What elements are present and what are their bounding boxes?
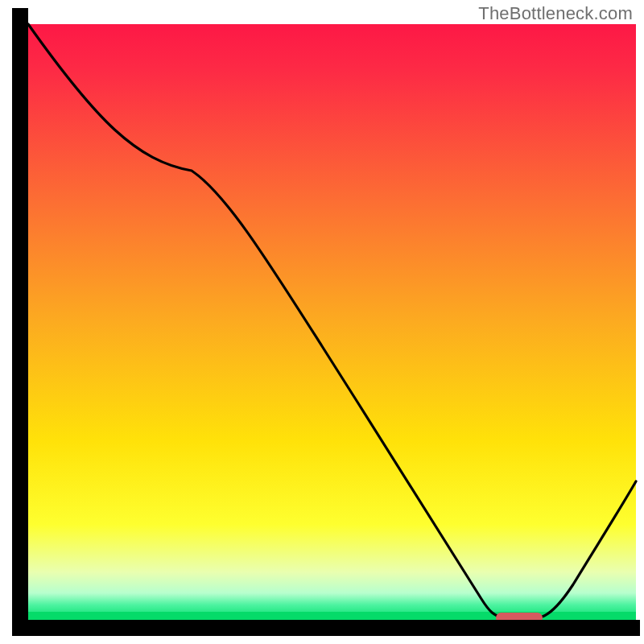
chart-svg xyxy=(0,0,644,644)
x-axis xyxy=(12,620,640,636)
watermark-text: TheBottleneck.com xyxy=(478,3,633,24)
chart-container: { "watermark": "TheBottleneck.com", "cha… xyxy=(0,0,644,644)
plot-background xyxy=(28,24,636,620)
y-axis xyxy=(12,8,28,636)
